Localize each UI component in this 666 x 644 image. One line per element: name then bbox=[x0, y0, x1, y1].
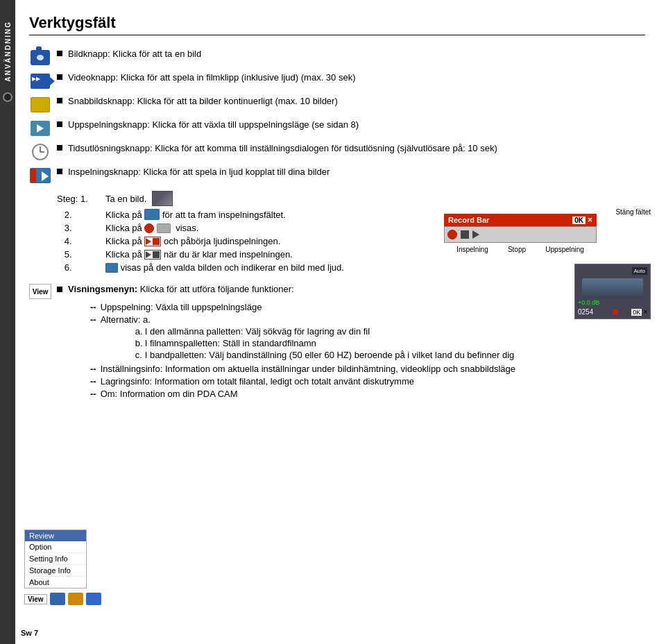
cam-stop-sq bbox=[620, 310, 624, 314]
play-icon-box bbox=[29, 119, 51, 138]
rb-close-btn[interactable]: × bbox=[588, 215, 592, 225]
toolbar-item-clock: Tidsutlösningsknapp: Klicka för att komm… bbox=[29, 142, 645, 162]
record-bar-widget: Record Bar 0K × Inspelning Stopp Uppspel… bbox=[444, 214, 597, 255]
camera-preview: Auto +0.0 dB 0254 0K × bbox=[574, 264, 651, 319]
step-3-icon bbox=[144, 223, 154, 233]
toolbar-item-snap: Snabbildsknapp: Klicka för att ta bilder… bbox=[29, 95, 645, 115]
dash-2: -- bbox=[90, 314, 96, 325]
dash-4: -- bbox=[90, 376, 96, 387]
step-3-num: 3. bbox=[57, 223, 105, 233]
step-3-end: visas. bbox=[176, 223, 198, 233]
rb-labels: Inspelning Stopp Uppspelning bbox=[444, 244, 597, 255]
toolbar-item-rec: Inspelningsknapp: Klicka för att spela i… bbox=[29, 166, 645, 185]
dash-4-text: Lagringsinfo: Information om totalt fila… bbox=[101, 376, 414, 387]
bullet-view bbox=[57, 287, 62, 292]
step-4-icon bbox=[144, 237, 161, 246]
visning-section: View Visningsmenyn: Klicka för att utför… bbox=[29, 284, 645, 399]
rb-record-btn[interactable] bbox=[447, 230, 457, 239]
view-badge-bottom: View bbox=[24, 593, 101, 605]
cam-x-label[interactable]: × bbox=[643, 308, 647, 316]
visning-header-text: Visningsmenyn: Klicka för att utföra föl… bbox=[68, 284, 294, 294]
sidebar-circle bbox=[3, 92, 12, 102]
step-1-thumb bbox=[152, 191, 173, 206]
cam-play-tri bbox=[626, 310, 630, 315]
view-menu: Review Option Setting Info Storage Info … bbox=[24, 529, 87, 588]
snap-icon-box bbox=[29, 95, 51, 115]
dash-2-content: Alternativ: a. a. I den allmänna pallett… bbox=[101, 314, 515, 362]
view-menu-option[interactable]: Option bbox=[25, 541, 86, 553]
dash-5: -- bbox=[90, 389, 96, 399]
sub-label-c: c. bbox=[135, 350, 145, 360]
dash-item-3: -- Inställningsinfo: Information om aktu… bbox=[90, 364, 645, 374]
clock-text: Tidsutlösningsknapp: Klicka för att komm… bbox=[68, 142, 497, 155]
cam-preview-gain: +0.0 dB bbox=[578, 299, 599, 306]
dash-item-5: -- Om: Information om din PDA CAM bbox=[90, 389, 645, 399]
page-number: Sw 7 bbox=[21, 629, 38, 637]
main-content: Verktygsfält Bildknapp: Klicka för att t… bbox=[15, 0, 666, 415]
step-5-end: när du är klar med inspelningen. bbox=[164, 249, 293, 260]
clock-icon-box bbox=[29, 142, 51, 162]
view-menu-setting[interactable]: Setting Info bbox=[25, 553, 86, 565]
view-menu-about[interactable]: About bbox=[25, 577, 86, 588]
video-icon-box: ▶▶ bbox=[29, 71, 51, 91]
sub-item-a: a. I den allmänna palletten: Välj sökväg… bbox=[135, 326, 515, 337]
play-text: Uppspelningsknapp: Klicka för att växla … bbox=[68, 119, 359, 131]
sub-items: a. I den allmänna palletten: Välj sökväg… bbox=[135, 326, 515, 360]
rb-record-label: Inspelning bbox=[456, 246, 488, 253]
rb-stop-label: Stopp bbox=[508, 246, 526, 253]
video-text: Videoknapp: Klicka för att spela in film… bbox=[68, 71, 356, 84]
dash-item-1: -- Uppspelning: Växla till uppspelningsl… bbox=[90, 302, 645, 312]
sidebar-label: ANVÄNDNING bbox=[4, 21, 12, 82]
step-3-icon2 bbox=[157, 223, 171, 233]
view-bottom-label: View bbox=[24, 594, 47, 604]
step-3-text: Klicka på bbox=[105, 223, 142, 233]
bullet-clock bbox=[57, 145, 62, 151]
sub-item-c: c. I bandpalletten: Välj bandinställning… bbox=[135, 350, 515, 360]
sub-text-b: I filnamnspalletten: Ställ in standardfi… bbox=[145, 338, 316, 348]
record-bar-controls bbox=[444, 226, 597, 243]
rec-icon-box bbox=[29, 166, 51, 185]
dash-3-text: Inställningsinfo: Information om aktuell… bbox=[101, 364, 515, 374]
toolbar-item-play: Uppspelningsknapp: Klicka för att växla … bbox=[29, 119, 645, 138]
rb-ok-btn[interactable]: 0K bbox=[572, 217, 586, 224]
sub-item-b: b. I filnamnspalletten: Ställ in standar… bbox=[135, 338, 515, 348]
sub-text-a: I den allmänna palletten: Välj sökväg fö… bbox=[145, 326, 370, 337]
bullet-video bbox=[57, 74, 62, 80]
bullet-snap bbox=[57, 98, 62, 103]
step-2-end: för att ta fram inspelningsfältet. bbox=[162, 210, 286, 220]
sub-label-a: a. bbox=[135, 326, 145, 337]
dash-3: -- bbox=[90, 364, 96, 374]
step-6-icon bbox=[105, 263, 118, 273]
cam-preview-image bbox=[582, 278, 643, 298]
bullet-play bbox=[57, 121, 62, 127]
record-bar-header: Record Bar 0K × bbox=[444, 214, 597, 226]
rb-play-btn[interactable] bbox=[472, 230, 479, 239]
dash-1-text: Uppspelning: Växla till uppspelningsläge bbox=[101, 302, 262, 312]
sub-text-c: I bandpalletten: Välj bandinställning (5… bbox=[145, 350, 515, 360]
view-icon-1 bbox=[50, 593, 65, 605]
view-icon-2 bbox=[68, 593, 83, 605]
step-header: Steg: 1. bbox=[57, 194, 105, 204]
sub-label-b: b. bbox=[135, 338, 145, 348]
step-2-num: 2. bbox=[57, 210, 105, 220]
step-5-num: 5. bbox=[57, 249, 105, 260]
close-field-label: Stäng fältet bbox=[615, 208, 651, 216]
bullet-camera bbox=[57, 51, 62, 56]
sidebar: ANVÄNDNING bbox=[0, 0, 15, 644]
step-5-icon bbox=[144, 250, 161, 260]
view-icon-3 bbox=[86, 593, 101, 605]
page-title: Verktygsfält bbox=[29, 14, 645, 35]
bullet-rec bbox=[57, 169, 62, 174]
step-6-num: 6. bbox=[57, 262, 105, 273]
view-menu-storage[interactable]: Storage Info bbox=[25, 565, 86, 577]
camera-text: Bildknapp: Klicka för att ta en bild bbox=[68, 48, 201, 60]
cam-preview-mode: Auto bbox=[632, 267, 647, 275]
rb-stop-btn[interactable] bbox=[461, 230, 469, 239]
toolbar-section: Bildknapp: Klicka för att ta en bild ▶▶ … bbox=[29, 48, 645, 185]
step-4-end: och påbörja ljudinspelningen. bbox=[164, 236, 280, 246]
step-row-1: Steg: 1. Ta en bild. bbox=[57, 191, 645, 206]
camera-icon-box bbox=[29, 48, 51, 67]
cam-preview-counter: 0254 bbox=[578, 308, 593, 316]
cam-ok-label: 0K bbox=[631, 309, 642, 316]
toolbar-item-camera: Bildknapp: Klicka för att ta en bild bbox=[29, 48, 645, 67]
